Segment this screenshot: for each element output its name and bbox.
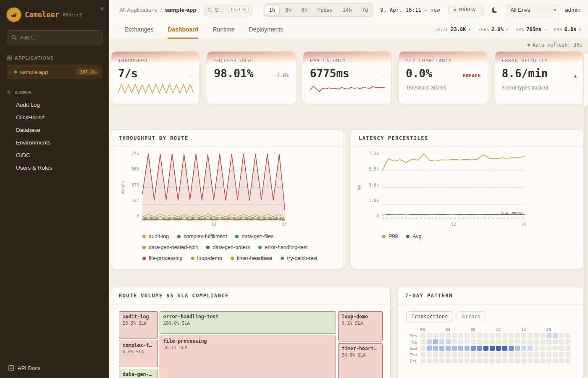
heatmap-cell[interactable] — [427, 358, 432, 363]
throughput-chart[interactable] — [142, 154, 285, 221]
heatmap-cell[interactable] — [521, 352, 526, 357]
heatmap-cell[interactable] — [477, 352, 482, 357]
heatmap-cell[interactable] — [427, 333, 432, 338]
treemap-cell-timer-heartbeat[interactable]: timer-heartbeat30.6% SLA — [338, 343, 383, 378]
latency-chart[interactable]: SLA 300ms — [382, 154, 525, 221]
treemap-cell-data-gen-files[interactable]: data-gen-files100.0% SLA — [119, 369, 158, 378]
heatmap-cell[interactable] — [559, 352, 564, 357]
env-dropdown[interactable]: All Envs ▾ — [506, 4, 560, 16]
range-24h[interactable]: 24h — [338, 5, 357, 15]
legend-item-data-gen-nested-split[interactable]: data-gen-nested-split — [142, 244, 198, 250]
breadcrumb-all-applications[interactable]: All Applications — [119, 7, 158, 13]
heatmap-cell[interactable] — [465, 358, 470, 363]
heatmap-cell[interactable] — [521, 358, 526, 363]
heatmap-cell[interactable] — [534, 352, 539, 357]
heatmap-cell[interactable] — [427, 339, 432, 344]
heatmap-cell[interactable] — [528, 358, 533, 363]
heatmap-cell[interactable] — [496, 339, 501, 344]
heatmap-cell[interactable] — [546, 339, 551, 344]
heatmap-cell[interactable] — [439, 333, 444, 338]
heatmap-cell[interactable] — [490, 352, 495, 357]
heatmap-cell[interactable] — [471, 346, 476, 351]
legend-item-loop-demo[interactable]: loop-demo — [191, 255, 222, 261]
sidebar-item-sample-app[interactable]: › sample app 207.2k — [7, 65, 102, 79]
tab-exchanges[interactable]: Exchanges — [124, 20, 153, 39]
heatmap-cell[interactable] — [465, 346, 470, 351]
legend-item-Avg[interactable]: Avg — [406, 234, 421, 239]
heatmap-cell[interactable] — [483, 346, 488, 351]
heatmap-cell[interactable] — [540, 333, 545, 338]
heatmap-cell[interactable] — [540, 339, 545, 344]
heatmap-cell[interactable] — [565, 358, 570, 363]
heatmap-cell[interactable] — [496, 346, 501, 351]
search-input[interactable] — [215, 7, 226, 13]
heatmap-cell[interactable] — [546, 346, 551, 351]
heatmap-cell[interactable] — [534, 346, 539, 351]
sidebar-item-api-docs[interactable]: API Docs — [8, 365, 40, 371]
tab-runtime[interactable]: Runtime — [213, 20, 234, 39]
heatmap-cell[interactable] — [483, 339, 488, 344]
heatmap-cell[interactable] — [565, 339, 570, 344]
heatmap-cell[interactable] — [515, 352, 520, 357]
heatmap-cell[interactable] — [540, 358, 545, 363]
vertical-scrollbar[interactable] — [584, 50, 587, 375]
legend-item-file-processing[interactable]: file-processing — [142, 255, 183, 261]
tab-deployments[interactable]: Deployments — [249, 20, 284, 39]
heatmap-cell[interactable] — [471, 352, 476, 357]
heatmap-cell[interactable] — [490, 358, 495, 363]
scrollbar-thumb[interactable] — [584, 52, 587, 107]
heatmap-cell[interactable] — [546, 333, 551, 338]
legend-item-data-gen-files[interactable]: data-gen-files — [235, 234, 273, 239]
global-search[interactable]: Ctrl+K — [204, 4, 252, 16]
legend-item-data-gen-orders[interactable]: data-gen-orders — [206, 244, 250, 250]
heatmap-cell[interactable] — [515, 358, 520, 363]
heatmap-cell[interactable] — [458, 333, 463, 338]
heatmap-cell[interactable] — [452, 358, 457, 363]
heatmap-cell[interactable] — [546, 352, 551, 357]
heatmap-cell[interactable] — [565, 352, 570, 357]
heatmap-cell[interactable] — [465, 339, 470, 344]
heatmap-cell[interactable] — [446, 352, 451, 357]
sidebar-item-oidc[interactable]: OIDC — [7, 149, 102, 161]
heatmap-cell[interactable] — [439, 339, 444, 344]
heatmap-cell[interactable] — [420, 333, 425, 338]
sidebar-item-environments[interactable]: Environments — [7, 136, 102, 149]
sidebar-item-users-roles[interactable]: Users & Roles — [7, 161, 102, 174]
legend-item-try-catch-test[interactable]: try-catch-test — [281, 255, 317, 261]
treemap-cell-audit-log[interactable]: audit-log28.5% SLA — [119, 311, 158, 339]
heatmap-cell[interactable] — [433, 339, 438, 344]
heatmap-cell[interactable] — [483, 333, 488, 338]
heatmap-cell[interactable] — [502, 352, 507, 357]
heatmap-cell[interactable] — [502, 333, 507, 338]
date-range[interactable]: 9. Apr. 16:11 — now — [380, 7, 440, 13]
heatmap-cell[interactable] — [496, 352, 501, 357]
range-6h[interactable]: 6h — [297, 5, 312, 15]
heatmap-cell[interactable] — [502, 346, 507, 351]
heatmap-cell[interactable] — [528, 352, 533, 357]
heatmap-cell[interactable] — [515, 333, 520, 338]
heatmap-cell[interactable] — [502, 358, 507, 363]
tab-dashboard[interactable]: Dashboard — [168, 20, 198, 39]
toggle-errors[interactable]: Errors — [457, 311, 486, 322]
heatmap-cell[interactable] — [521, 333, 526, 338]
heatmap-cell[interactable] — [427, 346, 432, 351]
heatmap-cell[interactable] — [446, 358, 451, 363]
heatmap-cell[interactable] — [553, 346, 558, 351]
heatmap-cell[interactable] — [515, 339, 520, 344]
heatmap-cell[interactable] — [490, 333, 495, 338]
heatmap-cell[interactable] — [446, 346, 451, 351]
sidebar-item-clickhouse[interactable]: ClickHouse — [7, 111, 102, 123]
range-1h[interactable]: 1h — [265, 5, 280, 15]
heatmap-cell[interactable] — [471, 339, 476, 344]
filter-input[interactable] — [20, 34, 98, 41]
heatmap-cell[interactable] — [553, 339, 558, 344]
heatmap-cell[interactable] — [452, 339, 457, 344]
heatmap-cell[interactable] — [502, 339, 507, 344]
heatmap-cell[interactable] — [534, 339, 539, 344]
heatmap-cell[interactable] — [496, 358, 501, 363]
heatmap-cell[interactable] — [483, 352, 488, 357]
heatmap-cell[interactable] — [420, 352, 425, 357]
heatmap-cell[interactable] — [521, 339, 526, 344]
range-3h[interactable]: 3h — [281, 5, 296, 15]
heatmap-cell[interactable] — [458, 358, 463, 363]
